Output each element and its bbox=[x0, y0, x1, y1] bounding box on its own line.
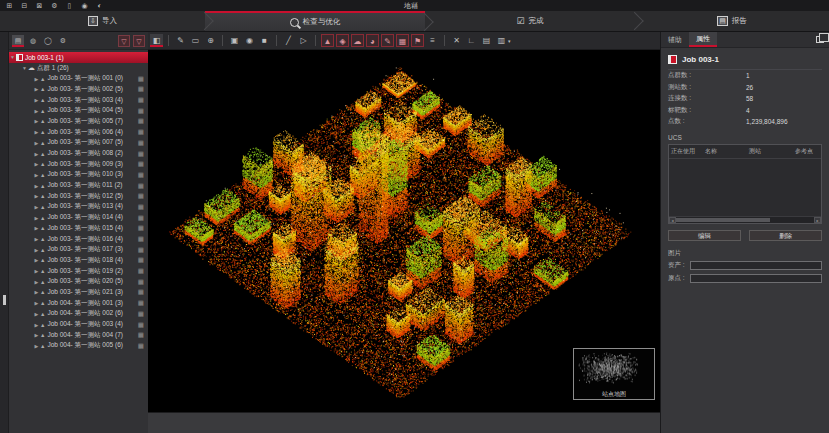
filter-b-icon[interactable]: ▽ bbox=[133, 35, 145, 47]
caret-right-icon[interactable]: ▶ bbox=[33, 161, 40, 167]
tag-icon[interactable]: ◈ bbox=[336, 34, 349, 47]
pin-icon[interactable]: ⚑ bbox=[411, 34, 424, 47]
help-icon[interactable]: ◉ bbox=[78, 1, 91, 10]
caret-right-icon[interactable]: ▶ bbox=[33, 76, 40, 82]
link-tab-icon[interactable]: ◍ bbox=[27, 35, 39, 47]
tree-station-item[interactable]: ▶▲Job 003- 第一测站 001 (0)▦ bbox=[9, 73, 148, 84]
zoom-window-icon[interactable]: ⊕ bbox=[204, 34, 217, 47]
caret-right-icon[interactable]: ▶ bbox=[33, 332, 40, 338]
layers-icon[interactable]: ▥ bbox=[495, 34, 508, 47]
color-spheres-icon[interactable]: ◉ bbox=[243, 34, 256, 47]
caret-right-icon[interactable]: ▶ bbox=[33, 236, 40, 242]
tree-station-item[interactable]: ▶▲Job 003- 第一测站 018 (4)▦ bbox=[9, 255, 148, 266]
tree-station-item[interactable]: ▶▲Job 003- 第一测站 007 (5)▦ bbox=[9, 138, 148, 149]
tree-station-item[interactable]: ▶▲Job 003- 第一测站 011 (2)▦ bbox=[9, 180, 148, 191]
tree-station-item[interactable]: ▶▲Job 003- 第一测站 005 (7)▦ bbox=[9, 116, 148, 127]
ucs-column-header[interactable]: 名称 bbox=[705, 147, 749, 156]
settings-gear-icon[interactable]: ⚙ bbox=[48, 1, 61, 10]
globe-tab-icon[interactable]: ◯ bbox=[42, 35, 54, 47]
settings-tab-icon[interactable]: ⚙ bbox=[57, 35, 69, 47]
asset-input[interactable] bbox=[690, 261, 822, 270]
step-report[interactable]: ▤ 报告 bbox=[635, 11, 829, 31]
tree-station-item[interactable]: ▶▲Job 004- 第一测站 001 (3)▦ bbox=[9, 298, 148, 309]
caret-right-icon[interactable]: ▶ bbox=[33, 183, 40, 189]
photo-icon[interactable]: ▦ bbox=[138, 75, 144, 83]
tree-station-item[interactable]: ▶▲Job 003- 第一测站 019 (2)▦ bbox=[9, 266, 148, 277]
caret-right-icon[interactable]: ▶ bbox=[33, 225, 40, 231]
caret-right-icon[interactable]: ▶ bbox=[33, 322, 40, 328]
pen-icon[interactable]: ✎ bbox=[381, 34, 394, 47]
tree-station-item[interactable]: ▶▲Job 003- 第一测站 004 (5)▦ bbox=[9, 105, 148, 116]
tree-station-item[interactable]: ▶▲Job 003- 第一测站 016 (4)▦ bbox=[9, 234, 148, 245]
tree-station-item[interactable]: ▶▲Job 003- 第一测站 017 (3)▦ bbox=[9, 244, 148, 255]
photo-icon[interactable]: ▦ bbox=[138, 139, 144, 147]
step-finish[interactable]: ☑ 完成 bbox=[425, 11, 635, 31]
photo-icon[interactable]: ▦ bbox=[138, 150, 144, 158]
photo-icon[interactable]: ▦ bbox=[138, 214, 144, 222]
photo-icon[interactable]: ▦ bbox=[138, 267, 144, 275]
tree-station-item[interactable]: ▶▲Job 003- 第一测站 013 (4)▦ bbox=[9, 202, 148, 213]
caret-right-icon[interactable]: ▶ bbox=[33, 289, 40, 295]
tree-station-item[interactable]: ▶▲Job 003- 第一测站 010 (3)▦ bbox=[9, 170, 148, 181]
camera-icon[interactable]: ▣ bbox=[228, 34, 241, 47]
caret-down-icon[interactable]: ▼ bbox=[21, 65, 28, 71]
photo-icon[interactable]: ▦ bbox=[138, 182, 144, 190]
photo-icon[interactable]: ▦ bbox=[138, 171, 144, 179]
tree-station-item[interactable]: ▶▲Job 003- 第一测站 003 (4)▦ bbox=[9, 95, 148, 106]
caret-right-icon[interactable]: ▶ bbox=[33, 247, 40, 253]
caret-right-icon[interactable]: ▶ bbox=[33, 193, 40, 199]
tree-station-item[interactable]: ▶▲Job 003- 第一测站 009 (3)▦ bbox=[9, 159, 148, 170]
window-select-icon[interactable]: ▭ bbox=[189, 34, 202, 47]
cube-icon[interactable]: ■ bbox=[258, 34, 271, 47]
caret-right-icon[interactable]: ▶ bbox=[33, 300, 40, 306]
tree-station-item[interactable]: ▶▲Job 004- 第一测站 003 (4)▦ bbox=[9, 319, 148, 330]
tab-auxiliary[interactable]: 辅助 bbox=[661, 32, 689, 47]
photo-icon[interactable]: ▦ bbox=[138, 321, 144, 329]
import-project-icon[interactable]: ⊠ bbox=[33, 1, 46, 10]
minimap-canvas[interactable] bbox=[574, 349, 654, 390]
photo-icon[interactable]: ▦ bbox=[138, 117, 144, 125]
cloud-icon[interactable]: ☁ bbox=[351, 34, 364, 47]
tree-tab-icon[interactable]: ▤ bbox=[12, 35, 24, 47]
caret-right-icon[interactable]: ▶ bbox=[33, 129, 40, 135]
tree-station-item[interactable]: ▶▲Job 003- 第一测站 020 (5)▦ bbox=[9, 276, 148, 287]
photo-icon[interactable]: ▦ bbox=[138, 192, 144, 200]
station-marker-icon[interactable]: ▲ bbox=[321, 34, 334, 47]
minimap[interactable]: 站点地图 bbox=[573, 348, 655, 400]
snapshot-icon[interactable]: ▤ bbox=[480, 34, 493, 47]
tab-properties[interactable]: 属性 bbox=[689, 32, 717, 47]
caret-right-icon[interactable]: ▶ bbox=[33, 118, 40, 124]
caret-right-icon[interactable]: ▶ bbox=[33, 343, 40, 349]
photo-icon[interactable]: ▦ bbox=[138, 85, 144, 93]
step-inspect-optimize[interactable]: 检查与优化 bbox=[205, 11, 425, 31]
cut-icon[interactable]: ✕ bbox=[450, 34, 463, 47]
group-icon[interactable]: ≡ bbox=[426, 34, 439, 47]
photo-icon[interactable]: ▦ bbox=[138, 299, 144, 307]
caret-right-icon[interactable]: ▶ bbox=[33, 140, 40, 146]
photo-icon[interactable]: ▦ bbox=[138, 342, 144, 350]
about-icon[interactable]: ◐ bbox=[93, 1, 106, 10]
caret-right-icon[interactable]: ▶ bbox=[33, 204, 40, 210]
save-project-icon[interactable]: ⊟ bbox=[18, 1, 31, 10]
float-panel-icon[interactable] bbox=[816, 36, 824, 43]
path-icon[interactable]: ∟ bbox=[465, 34, 478, 47]
tree-station-item[interactable]: ▶▲Job 004- 第一测站 004 (7)▦ bbox=[9, 330, 148, 341]
caret-right-icon[interactable]: ▶ bbox=[33, 279, 40, 285]
tree-station-item[interactable]: ▶▲Job 003- 第一测站 015 (4)▦ bbox=[9, 223, 148, 234]
filter-a-icon[interactable]: ▽ bbox=[118, 35, 130, 47]
photo-icon[interactable]: ▦ bbox=[138, 224, 144, 232]
ucs-hscroll-thumb[interactable] bbox=[676, 218, 770, 222]
tree-station-item[interactable]: ▶▲Job 003- 第一测站 014 (4)▦ bbox=[9, 212, 148, 223]
tree-group-pointcloud[interactable]: ▼ ☁ 点群 1 (26) bbox=[9, 63, 148, 74]
tree-root-job[interactable]: ▼ Job 003-1 (1) bbox=[9, 52, 148, 63]
sphere-icon[interactable]: ◕ bbox=[366, 34, 379, 47]
photo-icon[interactable]: ▦ bbox=[138, 96, 144, 104]
caret-right-icon[interactable]: ▶ bbox=[33, 108, 40, 114]
photo-icon[interactable]: ▦ bbox=[138, 160, 144, 168]
delete-button[interactable]: 删除 bbox=[749, 230, 822, 241]
photo-icon[interactable]: ▦ bbox=[138, 128, 144, 136]
viewport-3d[interactable]: 站点地图 bbox=[148, 50, 660, 412]
delete-icon[interactable]: ▯ bbox=[63, 1, 76, 10]
caret-right-icon[interactable]: ▶ bbox=[33, 172, 40, 178]
tree-scrollbar-thumb[interactable] bbox=[3, 295, 6, 305]
